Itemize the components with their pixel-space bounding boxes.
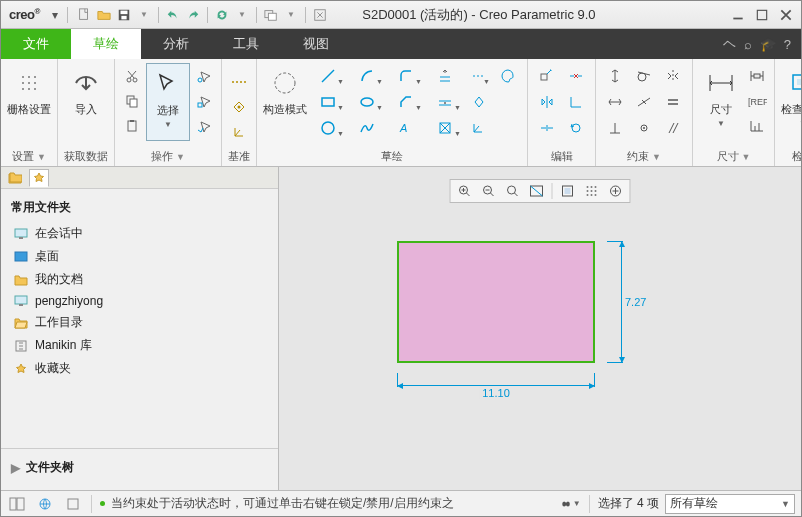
datum-point-icon[interactable] <box>228 96 250 118</box>
horizontal-dimension[interactable]: 11.10 <box>397 373 595 397</box>
sidebar-item-user[interactable]: pengzhiyong <box>9 291 270 311</box>
redo-icon[interactable] <box>184 6 202 24</box>
centerline-sketch-tool[interactable]: ▼ <box>466 65 492 87</box>
sidebar-item-desktop[interactable]: 桌面 <box>9 245 270 268</box>
copy-icon[interactable] <box>121 90 143 112</box>
dimension-button[interactable]: 尺寸▼ <box>699 63 743 141</box>
select-all-icon[interactable] <box>193 115 215 137</box>
ribbon-group-data: 导入 获取数据 <box>58 59 115 166</box>
circle-tool[interactable]: ▼ <box>310 117 346 139</box>
folder-tree-header[interactable]: ▶ 文件夹树 <box>1 448 278 476</box>
spline-tool[interactable] <box>349 117 385 139</box>
tab-view[interactable]: 视图 <box>281 29 351 59</box>
close-button[interactable] <box>777 6 795 24</box>
ordinate-dim-icon[interactable] <box>746 115 768 137</box>
save-icon[interactable] <box>115 6 133 24</box>
ribbon-collapse-icon[interactable]: ヘ <box>723 35 736 53</box>
text-tool[interactable]: A <box>388 117 424 139</box>
symmetric-constraint[interactable] <box>660 65 686 87</box>
vertical-dimension[interactable]: 7.27 <box>607 241 635 363</box>
chevron-down-icon[interactable]: ▼ <box>233 6 251 24</box>
select-loop-icon[interactable] <box>193 90 215 112</box>
minimize-button[interactable] <box>729 6 747 24</box>
vertical-constraint[interactable] <box>602 65 628 87</box>
sb-find-icon[interactable]: ▼ <box>561 494 581 514</box>
sketcher-display-icon[interactable] <box>605 181 627 201</box>
learn-icon[interactable]: 🎓 <box>760 37 776 52</box>
divide-tool[interactable] <box>534 117 560 139</box>
new-file-icon[interactable] <box>75 6 93 24</box>
help-icon[interactable]: ? <box>784 37 791 52</box>
close-doc-icon[interactable] <box>311 6 329 24</box>
sb-browser-icon[interactable] <box>35 494 55 514</box>
equal-constraint[interactable] <box>660 91 686 113</box>
tab-sketch[interactable]: 草绘 <box>71 29 141 59</box>
palette-tool[interactable] <box>495 65 521 87</box>
centerline-icon[interactable] <box>228 71 250 93</box>
tab-tools[interactable]: 工具 <box>211 29 281 59</box>
line-tool[interactable]: ▼ <box>310 65 346 87</box>
coord-tool[interactable] <box>466 117 492 139</box>
rectangle-tool[interactable]: ▼ <box>310 91 346 113</box>
sidebar-item-favorites[interactable]: 收藏夹 <box>9 357 270 380</box>
select-button[interactable]: 选择▼ <box>146 63 190 141</box>
fillet-tool[interactable]: ▼ <box>388 65 424 87</box>
point-tool[interactable] <box>466 91 492 113</box>
undo-icon[interactable] <box>164 6 182 24</box>
delete-seg-tool[interactable] <box>563 65 589 87</box>
ref-dim-icon[interactable]: [REF] <box>746 90 768 112</box>
search-icon[interactable]: ⌕ <box>744 37 752 52</box>
zoom-in-icon[interactable] <box>454 181 476 201</box>
sidebar-item-documents[interactable]: 我的文档 <box>9 268 270 291</box>
tab-file[interactable]: 文件 <box>1 29 71 59</box>
modify-tool[interactable] <box>534 65 560 87</box>
chamfer-tool[interactable]: ▼ <box>388 91 424 113</box>
construction-mode-button[interactable]: 构造模式 <box>263 63 307 141</box>
chevron-down-icon[interactable]: ▼ <box>282 6 300 24</box>
sketch-display-icon[interactable] <box>557 181 579 201</box>
zoom-fit-icon[interactable] <box>502 181 524 201</box>
coincident-constraint[interactable] <box>631 117 657 139</box>
corner-tool[interactable] <box>563 91 589 113</box>
regenerate-icon[interactable] <box>213 6 231 24</box>
canvas[interactable]: 11.10 7.27 <box>279 167 801 490</box>
grid-settings-button[interactable]: 栅格设置 <box>7 63 51 141</box>
sidebar-item-workdir[interactable]: 工作目录 <box>9 311 270 334</box>
check-tools-button[interactable]: 检查工具▼ <box>781 63 802 141</box>
ellipse-tool[interactable]: ▼ <box>349 91 385 113</box>
select-chain-icon[interactable] <box>193 65 215 87</box>
sidebar-item-manikin[interactable]: Manikin 库 <box>9 334 270 357</box>
horizontal-constraint[interactable] <box>602 91 628 113</box>
selection-filter-combo[interactable]: 所有草绘▼ <box>665 494 795 514</box>
rotate-tool[interactable] <box>563 117 589 139</box>
project-tool[interactable]: ▼ <box>427 117 463 139</box>
sidebar-item-session[interactable]: 在会话中 <box>9 222 270 245</box>
paste-icon[interactable] <box>121 115 143 137</box>
zoom-out-icon[interactable] <box>478 181 500 201</box>
sidebar-tab-folders-icon[interactable] <box>5 169 25 187</box>
open-file-icon[interactable] <box>95 6 113 24</box>
sketch-rectangle[interactable] <box>397 241 595 363</box>
refit-icon[interactable] <box>526 181 548 201</box>
perpendicular-constraint[interactable] <box>602 117 628 139</box>
parallel-constraint[interactable] <box>660 117 686 139</box>
chevron-down-icon[interactable]: ▼ <box>135 6 153 24</box>
qat-dropdown-icon[interactable]: ▾ <box>46 6 64 24</box>
import-button[interactable]: 导入 <box>64 63 108 141</box>
cut-icon[interactable] <box>121 65 143 87</box>
thicken-tool[interactable]: ▼ <box>427 91 463 113</box>
coord-sys-icon[interactable] <box>228 121 250 143</box>
sb-window-icon[interactable] <box>63 494 83 514</box>
sb-model-tree-icon[interactable] <box>7 494 27 514</box>
tangent-constraint[interactable] <box>631 65 657 87</box>
arc-tool[interactable]: ▼ <box>349 65 385 87</box>
maximize-button[interactable] <box>753 6 771 24</box>
midpoint-constraint[interactable] <box>631 91 657 113</box>
windows-icon[interactable] <box>262 6 280 24</box>
grid-display-icon[interactable] <box>581 181 603 201</box>
mirror-tool[interactable] <box>534 91 560 113</box>
offset-tool[interactable] <box>427 65 463 87</box>
tab-analysis[interactable]: 分析 <box>141 29 211 59</box>
sidebar-tab-favorites-icon[interactable] <box>29 169 49 187</box>
baseline-dim-icon[interactable] <box>746 65 768 87</box>
